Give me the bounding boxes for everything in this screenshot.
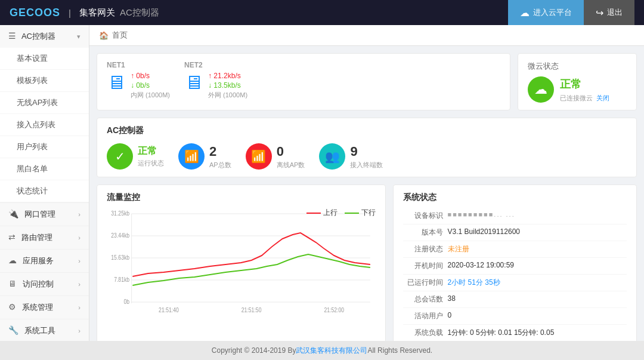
footer-text: Copyright © 2014-2019 By (212, 346, 296, 355)
tools-section-icon: 🔧 (8, 325, 18, 335)
legend-up-label: 上行 (323, 208, 338, 218)
sys-uptime-label: 已运行时间 (403, 278, 448, 288)
sys-row-version: 版本号 V3.1 Build2019112600 (403, 224, 627, 241)
cloud-status-icon: ☁ (528, 76, 554, 103)
net2-desc: 外网 (1000M) (208, 91, 247, 100)
ac-terminal-label: 接入终端数 (350, 161, 383, 170)
sidebar-item-blacklist[interactable]: 黑白名单 (0, 158, 89, 180)
logo-divider: | (69, 8, 71, 18)
main-content: 🏠 首页 NET1 🖥 ↑ 0b/s ↓ 0b/s 内网 (1000M) (89, 25, 644, 341)
sys-reg-label: 注册状态 (403, 244, 448, 254)
net1-up: ↑ 0b/s (131, 72, 170, 80)
sys-load-value: 1分钟: 0 5分钟: 0.01 15分钟: 0.05 (448, 328, 627, 338)
legend-up-line (306, 213, 321, 214)
net2-up: ↑ 21.2kb/s (208, 72, 247, 80)
chevron-right-icon6: › (78, 327, 80, 334)
sys-table: 设备标识 ■■■■■■■■■... ... 版本号 V3.1 Build2019… (403, 208, 627, 341)
cloud-btn-label: 进入云平台 (533, 7, 572, 18)
ac-ap-offline-value: 0 (277, 144, 305, 159)
sys-version-label: 版本号 (403, 227, 448, 238)
sys-row-sessions: 总会话数 38 (403, 291, 627, 308)
ac-ap-total: 📶 2 AP总数 (178, 143, 231, 170)
sys-reg-value: 未注册 (448, 244, 627, 254)
access-section-icon: 🖥 (8, 279, 17, 288)
ac-controller-panel: AC控制器 ✓ 正常 运行状态 📶 2 AP总数 (97, 118, 637, 177)
sys-version-value: V3.1 Build2019112600 (448, 227, 627, 238)
exit-button[interactable]: ↪ 退出 (584, 0, 634, 25)
sidebar-header-sysmgmt[interactable]: ⚙ 系统管理 › (0, 296, 89, 319)
sidebar-item-basic-settings[interactable]: 基本设置 (0, 48, 89, 70)
chevron-right-icon4: › (78, 281, 80, 288)
traffic-panel: 流量监控 上行 下行 (97, 184, 386, 341)
header-actions: ☁ 进入云平台 ↪ 退出 (508, 0, 634, 25)
sidebar-routing-label: 路由管理 (21, 233, 52, 242)
legend-down-line (345, 213, 359, 214)
sidebar-header-access[interactable]: 🖥 访问控制 › (0, 273, 89, 296)
footer: Copyright © 2014-2019 By 武汉集客科技有限公司 All … (0, 341, 644, 360)
cloud-symbol-icon: ☁ (534, 82, 547, 97)
svg-text:7.81kb: 7.81kb (114, 276, 129, 283)
sidebar-item-template[interactable]: 模板列表 (0, 70, 89, 92)
sidebar-header-ac[interactable]: ☰ AC控制器 ▾ (0, 25, 89, 48)
sidebar-header-routing[interactable]: ⇄ 路由管理 › (0, 226, 89, 249)
ac-terminal-value: 9 (350, 144, 383, 159)
main-layout: ☰ AC控制器 ▾ 基本设置 模板列表 无线AP列表 接入点列表 用户列表 黑白… (0, 25, 644, 341)
sidebar-item-wireless-ap[interactable]: 无线AP列表 (0, 92, 89, 114)
sys-title: 系统状态 (403, 192, 627, 203)
net1-label: NET1 (107, 61, 170, 69)
svg-text:15.63kb: 15.63kb (111, 254, 129, 261)
legend-up: 上行 (306, 208, 338, 218)
ac-run-value: 正常 (138, 145, 164, 158)
cloud-icon: ☁ (520, 7, 530, 19)
sys-row-uptime: 已运行时间 2小时 51分 35秒 (403, 275, 627, 291)
net1-item: NET1 🖥 ↑ 0b/s ↓ 0b/s 内网 (1000M) (107, 61, 170, 103)
ac-panel-title: AC控制器 (107, 125, 627, 136)
chevron-right-icon3: › (78, 257, 80, 264)
net2-down: ↓ 13.5kb/s (208, 81, 247, 90)
cloud-status-panel: 微云状态 ☁ 正常 已连接微云 关闭 (518, 53, 637, 110)
footer-company[interactable]: 武汉集客科技有限公司 (296, 346, 367, 356)
ac-terminal-icon: 👥 (319, 143, 345, 170)
breadcrumb-home: 首页 (112, 30, 128, 41)
ac-ap-offline: 📶 0 离线AP数 (246, 143, 305, 170)
sidebar-section-app: ☁ 应用服务 › (0, 250, 89, 273)
net1-desc: 内网 (1000M) (131, 91, 170, 100)
sidebar-item-users[interactable]: 用户列表 (0, 136, 89, 158)
ac-terminal: 👥 9 接入终端数 (319, 143, 383, 170)
ac-section-icon: ☰ (8, 31, 16, 41)
sidebar-header-tools[interactable]: 🔧 系统工具 › (0, 319, 89, 341)
svg-text:21:51:50: 21:51:50 (242, 307, 262, 313)
ac-stats-row: ✓ 正常 运行状态 📶 2 AP总数 📶 (107, 143, 627, 170)
sidebar-section-ac: ☰ AC控制器 ▾ 基本设置 模板列表 无线AP列表 接入点列表 用户列表 黑白… (0, 25, 89, 203)
sidebar-tools-label: 系统工具 (24, 326, 55, 335)
sys-device-id-label: 设备标识 (403, 211, 448, 221)
chart-legend: 上行 下行 (306, 208, 376, 218)
svg-text:23.44kb: 23.44kb (111, 232, 129, 239)
sidebar-header-app[interactable]: ☁ 应用服务 › (0, 250, 89, 272)
sidebar-item-access-point[interactable]: 接入点列表 (0, 114, 89, 136)
content-area: NET1 🖥 ↑ 0b/s ↓ 0b/s 内网 (1000M) NET2 (89, 46, 644, 341)
app-section-icon: ☁ (8, 256, 17, 265)
logo-text: GECOOS (10, 7, 60, 19)
header: GECOOS | 集客网关 AC控制器 ☁ 进入云平台 ↪ 退出 (0, 0, 644, 25)
net1-down: ↓ 0b/s (131, 81, 170, 90)
sidebar-item-status-stats[interactable]: 状态统计 (0, 180, 89, 202)
sidebar-ac-label: AC控制器 (21, 32, 55, 41)
cloud-close-link[interactable]: 关闭 (596, 94, 609, 103)
sidebar-sysmgmt-label: 系统管理 (22, 303, 53, 312)
exit-btn-label: 退出 (607, 7, 623, 18)
sys-load-label: 系统负载 (403, 328, 448, 338)
breadcrumb: 🏠 首页 (89, 25, 644, 46)
ac-ap-offline-label: 离线AP数 (277, 161, 305, 170)
cloud-platform-button[interactable]: ☁ 进入云平台 (508, 0, 584, 25)
sidebar-header-network[interactable]: 🔌 网口管理 › (0, 203, 89, 226)
cloud-sub-info: 已连接微云 关闭 (560, 94, 609, 103)
net1-icon: 🖥 (107, 72, 126, 94)
system-status-panel: 系统状态 设备标识 ■■■■■■■■■... ... 版本号 V3.1 Buil… (393, 184, 637, 341)
footer-suffix: All Rights Reserved. (367, 346, 432, 355)
cloud-title: 微云状态 (528, 61, 627, 72)
legend-down: 下行 (345, 208, 376, 218)
chevron-right-icon5: › (78, 304, 80, 311)
sys-boot-value: 2020-03-12 19:00:59 (448, 261, 627, 271)
network-panel: NET1 🖥 ↑ 0b/s ↓ 0b/s 内网 (1000M) NET2 (97, 53, 510, 110)
